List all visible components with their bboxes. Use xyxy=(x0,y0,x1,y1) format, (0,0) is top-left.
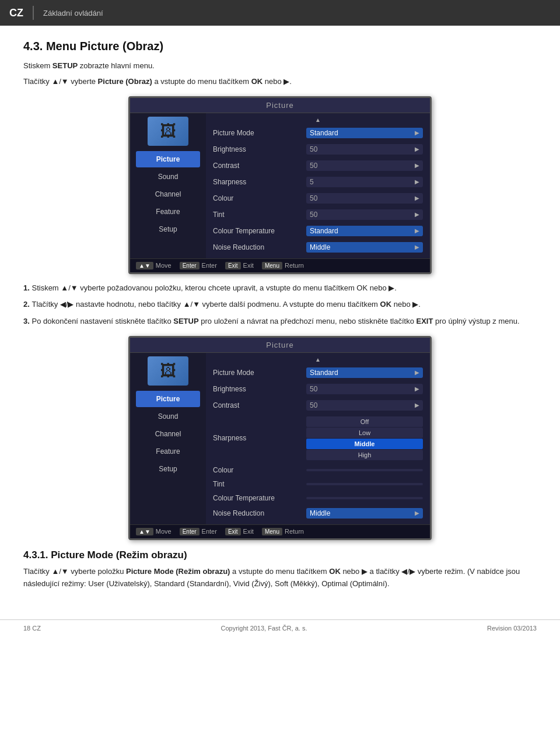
tv-option-middle[interactable]: Middle xyxy=(306,439,423,449)
subsection-bold: Picture Mode (Režim obrazu) xyxy=(126,567,230,576)
main-content: 4.3. Menu Picture (Obraz) Stiskem SETUP … xyxy=(0,26,560,608)
tv-row-tint-1: Tint 50▶ xyxy=(212,207,424,222)
tv-screen-1: Picture 🖼 Picture Sound Channel Feature … xyxy=(128,96,432,274)
tv-menu-feature-1[interactable]: Feature xyxy=(136,204,200,220)
subsection-text-b: a vstupte do menu tlačítkem xyxy=(232,567,329,576)
tv-row-colour-1: Colour 50▶ xyxy=(212,191,424,206)
tv-label-tint-2: Tint xyxy=(213,480,306,488)
tv-label-picturemode-2: Picture Mode xyxy=(213,369,306,377)
intro-setup-bold: SETUP xyxy=(52,61,78,70)
tv-body-2: 🖼 Picture Sound Channel Feature Setup ▲ … xyxy=(130,353,430,524)
tv-dropdown-wrap: Off Low Middle High xyxy=(306,416,423,460)
step3-text-b: pro uložení a návrat na předchozí menu, … xyxy=(201,317,416,325)
tv-menu-channel-2[interactable]: Channel xyxy=(136,426,200,442)
step3-exit: EXIT xyxy=(416,317,433,325)
tv-value-noisereduction-1: Middle▶ xyxy=(306,242,423,253)
tv-option-off[interactable]: Off xyxy=(306,416,423,427)
step2-ok: OK xyxy=(380,300,392,309)
tv-menu-channel-1[interactable]: Channel xyxy=(136,186,200,202)
section-title: 4.3. Menu Picture (Obraz) xyxy=(23,40,537,53)
tv-row-colour-2: Colour xyxy=(212,464,424,477)
footer-page: 18 CZ xyxy=(23,625,41,632)
tv-option-high[interactable]: High xyxy=(306,450,423,460)
tv-label-contrast-2: Contrast xyxy=(213,401,306,409)
step3-setup: SETUP xyxy=(173,317,198,325)
subsection-ok: OK xyxy=(329,567,341,576)
tv-label-tint-1: Tint xyxy=(213,211,306,219)
subsection-text-a: Tlačítky ▲/▼ vyberte položku xyxy=(23,567,126,576)
tv-value-colour-2 xyxy=(306,469,423,471)
tv-menu-feature-2[interactable]: Feature xyxy=(136,443,200,460)
tv-btn-menu-1: Menu Return xyxy=(262,262,304,269)
tv-row-brightness-2: Brightness 50▶ xyxy=(212,381,424,397)
page-footer: 18 CZ Copyright 2013, Fast ČR, a. s. Rev… xyxy=(0,619,560,636)
page-header: CZ Základní ovládání xyxy=(0,0,560,26)
tv-label-picturemode-1: Picture Mode xyxy=(213,129,306,137)
tv-menu-picture-1[interactable]: Picture xyxy=(136,151,200,167)
tv-btn-exit-1: Exit Exit xyxy=(225,262,254,269)
tv-row-noisereduction-2: Noise Reduction Middle▶ xyxy=(212,506,424,521)
step2-text-c: nebo ▶. xyxy=(394,300,421,309)
tv-value-contrast-2: 50▶ xyxy=(306,400,423,411)
tv-bottom-bar-2: ▲▼ Move Enter Enter Exit Exit Menu Retur… xyxy=(130,524,430,538)
tv-sidebar-2: 🖼 Picture Sound Channel Feature Setup xyxy=(130,353,206,524)
tv-row-picturemode-2: Picture Mode Standard▶ xyxy=(212,365,424,380)
subsection-title: 4.3.1. Picture Mode (Režim obrazu) xyxy=(23,549,537,561)
tv-label-brightness-2: Brightness xyxy=(213,385,306,393)
tv-label-contrast-1: Contrast xyxy=(213,162,306,170)
header-section-title: Základní ovládání xyxy=(43,9,103,17)
header-divider xyxy=(33,6,34,20)
tv-value-contrast-1: 50▶ xyxy=(306,160,423,171)
intro-line1: Stiskem SETUP zobrazte hlavní menu. xyxy=(23,60,537,72)
tv-value-sharpness-1: 5▶ xyxy=(306,177,423,187)
tv-value-colourtemp-1: Standard▶ xyxy=(306,226,423,236)
tv-picture-icon-2: 🖼 xyxy=(148,356,188,386)
tv-bottom-bar-1: ▲▼ Move Enter Enter Exit Exit Menu Retur… xyxy=(130,258,430,272)
tv-value-noisereduction-2: Middle▶ xyxy=(306,508,423,519)
tv-label-noisereduction-2: Noise Reduction xyxy=(213,509,306,517)
tv-row-sharpness-2: Sharpness Off Low Middle High xyxy=(212,414,424,463)
intro-line2: Tlačítky ▲/▼ vyberte Picture (Obraz) a v… xyxy=(23,76,537,88)
tv-label-sharpness-1: Sharpness xyxy=(213,178,306,186)
step-2: 2. Tlačítky ◀/▶ nastavte hodnotu, nebo t… xyxy=(23,299,537,311)
tv-value-tint-2 xyxy=(306,483,423,485)
tv-label-brightness-1: Brightness xyxy=(213,145,306,153)
footer-revision: Revision 03/2013 xyxy=(487,625,537,632)
tv-btn-move-1: ▲▼ Move xyxy=(136,262,172,269)
tv-menu-setup-1[interactable]: Setup xyxy=(136,221,200,237)
intro-text-zobrazte: zobrazte hlavní menu. xyxy=(80,61,155,70)
intro-text-stiskem: Stiskem xyxy=(23,61,52,70)
step-3: 3. Po dokončení nastavení stiskněte tlač… xyxy=(23,316,537,328)
tv-menu-setup-2[interactable]: Setup xyxy=(136,461,200,477)
subsection-text: Tlačítky ▲/▼ vyberte položku Picture Mod… xyxy=(23,566,537,590)
tv-row-picturemode-1: Picture Mode Standard▶ xyxy=(212,125,424,141)
tv-label-noisereduction-1: Noise Reduction xyxy=(213,243,306,251)
tv-btn-exit-2: Exit Exit xyxy=(225,528,254,535)
tv-option-low[interactable]: Low xyxy=(306,428,423,438)
tv-label-colour-1: Colour xyxy=(213,194,306,202)
scroll-up-1: ▲ xyxy=(212,117,424,123)
tv-row-colourtemp-2: Colour Temperature xyxy=(212,492,424,505)
tv-value-brightness-2: 50▶ xyxy=(306,384,423,394)
tv-main-2: ▲ Picture Mode Standard▶ Brightness 50▶ … xyxy=(206,353,430,524)
tv-row-noisereduction-1: Noise Reduction Middle▶ xyxy=(212,240,424,255)
tv-menu-sound-2[interactable]: Sound xyxy=(136,408,200,425)
tv-menu-sound-1[interactable]: Sound xyxy=(136,169,200,185)
step-1: 1. Stiskem ▲/▼ vyberte požadovanou polož… xyxy=(23,282,537,295)
tv-label-colourtemp-2: Colour Temperature xyxy=(213,494,306,502)
tv-value-picturemode-2: Standard▶ xyxy=(306,367,423,378)
tv-body-1: 🖼 Picture Sound Channel Feature Setup ▲ … xyxy=(130,113,430,258)
tv-row-contrast-2: Contrast 50▶ xyxy=(212,398,424,413)
tv-sidebar-1: 🖼 Picture Sound Channel Feature Setup xyxy=(130,113,206,258)
tv-menu-picture-2[interactable]: Picture xyxy=(136,391,200,407)
tv-label-colourtemp-1: Colour Temperature xyxy=(213,227,306,235)
tv-btn-move-2: ▲▼ Move xyxy=(136,528,172,535)
tv-row-colourtemp-1: Colour Temperature Standard▶ xyxy=(212,223,424,239)
tv-picture-icon-1: 🖼 xyxy=(148,117,188,146)
tv-label-colour-2: Colour xyxy=(213,466,306,474)
intro-tlacitky: Tlačítky ▲/▼ vyberte xyxy=(23,77,98,86)
tv-row-tint-2: Tint xyxy=(212,478,424,491)
tv-row-sharpness-1: Sharpness 5▶ xyxy=(212,174,424,190)
tv-btn-enter-1: Enter Enter xyxy=(180,262,217,269)
lang-badge: CZ xyxy=(9,7,23,19)
